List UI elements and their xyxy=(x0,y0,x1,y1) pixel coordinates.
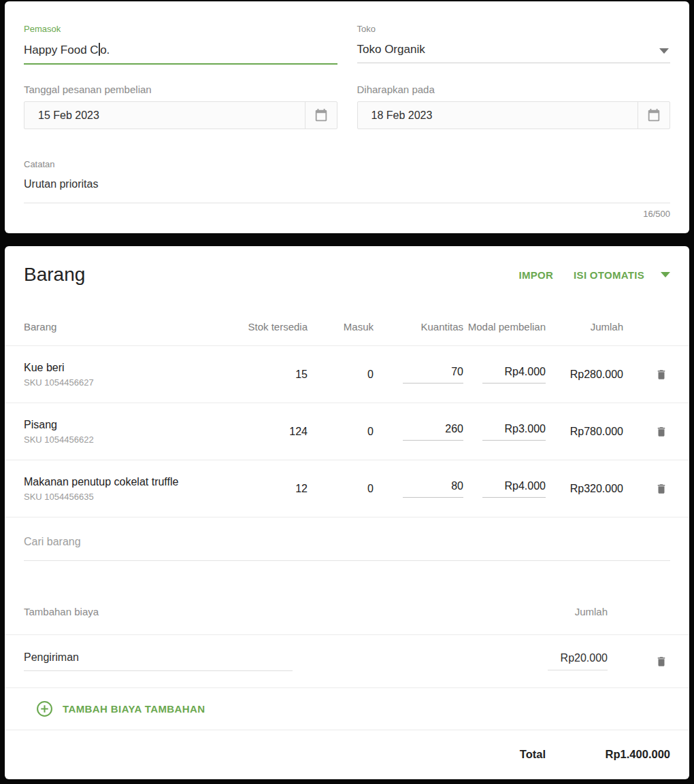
items-title: Barang xyxy=(24,264,498,286)
table-row: Kue beri SKU 1054456627 15 0 70 Rp4.000 … xyxy=(24,346,670,403)
trash-icon[interactable] xyxy=(655,655,667,668)
items-card: Barang IMPOR ISI OTOMATIS Barang Stok te… xyxy=(5,246,689,779)
item-stock: 124 xyxy=(233,426,308,438)
fee-amount-input[interactable]: Rp20.000 xyxy=(548,652,608,670)
trash-icon[interactable] xyxy=(655,368,667,381)
notes-char-counter: 16/500 xyxy=(24,209,670,219)
fees-amount-header: Jumlah xyxy=(575,606,608,617)
total-label: Total xyxy=(520,748,546,761)
calendar-icon[interactable] xyxy=(638,102,670,129)
cost-input[interactable]: Rp3.000 xyxy=(482,423,546,441)
import-button[interactable]: IMPOR xyxy=(518,269,553,281)
item-incoming: 0 xyxy=(308,426,374,438)
order-date-input[interactable]: 15 Feb 2023 xyxy=(24,101,337,129)
column-header-quantity: Kuantitas xyxy=(374,320,463,333)
notes-label: Catatan xyxy=(24,159,670,169)
calendar-icon[interactable] xyxy=(305,102,337,129)
item-amount: Rp320.000 xyxy=(546,483,623,495)
column-header-stock: Stok tersedia xyxy=(233,320,308,333)
autofill-button[interactable]: ISI OTOMATIS xyxy=(574,269,644,281)
table-row: Pisang SKU 1054456622 124 0 260 Rp3.000 … xyxy=(24,403,670,460)
plus-circle-icon xyxy=(36,700,53,717)
item-name: Pisang xyxy=(24,419,233,431)
item-name: Kue beri xyxy=(24,362,233,374)
add-fee-label: TAMBAH BIAYA TAMBAHAN xyxy=(63,703,205,715)
item-name: Makanan penutup cokelat truffle xyxy=(24,476,233,488)
table-row: Makanan penutup cokelat truffle SKU 1054… xyxy=(24,460,670,517)
cost-input[interactable]: Rp4.000 xyxy=(482,366,546,384)
column-header-name: Barang xyxy=(24,320,233,333)
fee-name-input[interactable]: Pengiriman xyxy=(24,651,293,671)
store-value: Toko Organik xyxy=(357,43,425,56)
supplier-value-before-cursor: Happy Food C xyxy=(24,44,99,56)
chevron-down-icon[interactable] xyxy=(659,48,669,54)
quantity-input[interactable]: 80 xyxy=(403,480,463,498)
order-date-value: 15 Feb 2023 xyxy=(24,102,305,129)
item-sku: SKU 1054456627 xyxy=(24,377,233,388)
item-incoming: 0 xyxy=(308,483,374,495)
supplier-input[interactable]: Happy Food Co. xyxy=(24,43,337,65)
trash-icon[interactable] xyxy=(655,425,667,439)
expected-date-label: Diharapkan pada xyxy=(357,84,671,95)
quantity-input[interactable]: 70 xyxy=(403,366,463,384)
quantity-input[interactable]: 260 xyxy=(403,423,463,441)
store-select[interactable]: Toko Organik xyxy=(357,43,671,63)
add-fee-button[interactable]: TAMBAH BIAYA TAMBAHAN xyxy=(24,688,670,730)
item-incoming: 0 xyxy=(308,369,374,381)
expected-date-value: 18 Feb 2023 xyxy=(358,102,638,129)
cost-input[interactable]: Rp4.000 xyxy=(482,480,546,498)
item-sku: SKU 1054456622 xyxy=(24,434,233,445)
item-stock: 15 xyxy=(233,369,308,381)
supplier-label: Pemasok xyxy=(24,1,337,34)
fee-row: Pengiriman Rp20.000 xyxy=(24,635,670,687)
trash-icon[interactable] xyxy=(655,482,667,496)
expected-date-input[interactable]: 18 Feb 2023 xyxy=(357,101,671,129)
total-value: Rp1.400.000 xyxy=(546,748,670,761)
supplier-value-after-cursor: o. xyxy=(100,44,110,56)
column-header-incoming: Masuk xyxy=(308,320,374,333)
order-form-card: Pemasok Happy Food Co. Toko Toko Organik… xyxy=(5,1,689,233)
item-sku: SKU 1054456635 xyxy=(24,492,233,502)
item-amount: Rp280.000 xyxy=(546,369,623,381)
search-item-input[interactable] xyxy=(24,536,670,561)
item-stock: 12 xyxy=(233,483,308,495)
column-header-amount: Jumlah xyxy=(546,320,623,333)
items-table-header: Barang Stok tersedia Masuk Kuantitas Mod… xyxy=(24,308,670,345)
store-label: Toko xyxy=(357,1,671,34)
column-header-cost: Modal pembelian xyxy=(463,320,546,333)
fees-header-label: Tambahan biaya xyxy=(24,606,575,617)
item-amount: Rp780.000 xyxy=(546,426,623,438)
notes-input[interactable]: Urutan prioritas xyxy=(24,178,670,203)
order-date-label: Tanggal pesanan pembelian xyxy=(24,84,337,95)
chevron-down-icon[interactable] xyxy=(661,272,670,277)
